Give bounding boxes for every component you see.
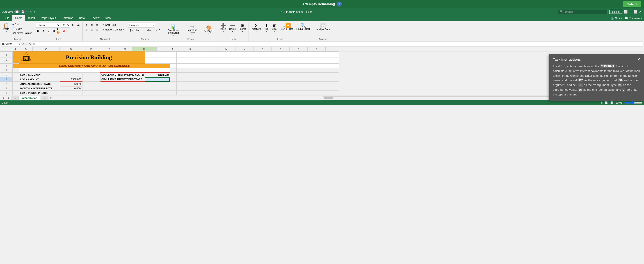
cell-e6[interactable]	[82, 77, 100, 82]
fill-color-button[interactable]: A🎨	[56, 29, 61, 33]
cell-i5[interactable]	[170, 73, 176, 77]
cell-i4[interactable]	[170, 68, 176, 73]
cell-a6[interactable]	[12, 77, 20, 82]
increase-font-btn[interactable]: A↑	[71, 23, 76, 28]
decrease-decimal-btn[interactable]: ←.0	[154, 29, 162, 33]
tab-file[interactable]: File	[2, 15, 12, 21]
cell-a5[interactable]	[12, 73, 20, 77]
format-painter-button[interactable]: 🖌 Format Painter	[11, 31, 33, 35]
fill-button[interactable]: ⬇ Fill ▾	[263, 23, 270, 33]
cell-monthly-rate-label[interactable]: MONTHLY INTEREST RATE	[20, 86, 60, 91]
cell-d8-value[interactable]: 0.50%	[60, 86, 82, 91]
save-icon[interactable]: 💾	[21, 10, 25, 14]
tab-page-layout[interactable]: Page Layout	[38, 15, 58, 21]
row-num-1[interactable]: 1	[0, 52, 12, 58]
underline-button[interactable]: U	[46, 29, 51, 33]
cell-i3[interactable]	[170, 64, 176, 68]
comments-button[interactable]: 💬 Comments	[624, 17, 642, 20]
share-button[interactable]: 🔗 Share	[611, 17, 622, 20]
border-button[interactable]: ⊞	[51, 29, 56, 33]
cell-e5[interactable]	[82, 73, 100, 77]
close-icon[interactable]: ✕	[639, 10, 642, 14]
sort-filter-button[interactable]: ↕🔽 Sort & Filter ▾	[280, 23, 294, 33]
find-select-button[interactable]: 🔍 Find & Select ▾	[295, 23, 311, 33]
conditional-formatting-button[interactable]: 📊 Conditional Formatting ▾	[165, 23, 182, 37]
tab-insert[interactable]: Insert	[26, 15, 38, 21]
copy-button[interactable]: 📄 Copy	[11, 27, 33, 31]
minimize-icon[interactable]: ─	[629, 10, 632, 14]
clear-button[interactable]: 🗑 Clear ▾	[270, 23, 279, 33]
cell-a8[interactable]	[12, 86, 20, 91]
row-num-7[interactable]: 7	[0, 82, 12, 86]
col-header-l[interactable]: L	[200, 47, 218, 51]
sheet-tab-amortization[interactable]: Amortization	[19, 96, 40, 100]
confirm-formula-icon[interactable]: ✓	[26, 42, 28, 46]
task-close-button[interactable]: ✕	[637, 57, 640, 61]
cell-i2[interactable]	[170, 58, 176, 64]
insert-button[interactable]: ➕ Insert ▾	[219, 23, 227, 33]
search-box[interactable]: 🔍 Search	[558, 9, 608, 14]
tab-formulas[interactable]: Formulas	[59, 15, 76, 21]
col-header-f[interactable]: F	[100, 47, 118, 51]
cell-b1-logo[interactable]: PB	[20, 52, 33, 64]
col-header-b[interactable]: B	[19, 47, 33, 51]
sheet-tab-dots-2[interactable]: ...	[40, 96, 48, 100]
cell-d9[interactable]	[60, 91, 82, 95]
col-header-m[interactable]: M	[218, 47, 236, 51]
cell-loan-summary-label[interactable]: LOAN SUMMARY	[20, 73, 82, 77]
cell-h5-value[interactable]: $128,509	[145, 73, 170, 77]
sheet-view-preview[interactable]: 📑	[610, 101, 613, 104]
add-sheet-button[interactable]: ⊕	[49, 96, 54, 100]
row-num-3[interactable]: 3	[0, 64, 12, 68]
quick-access-more[interactable]: ▾	[34, 11, 35, 13]
cell-h1[interactable]	[145, 52, 170, 58]
font-color-button[interactable]: A	[62, 29, 66, 33]
cell-i9[interactable]	[170, 91, 176, 95]
row-num-2[interactable]: 2	[0, 58, 12, 64]
decrease-font-btn[interactable]: A↓	[76, 23, 81, 28]
col-header-c[interactable]: C	[33, 47, 60, 51]
cell-a9[interactable]	[12, 91, 20, 95]
col-header-n[interactable]: N	[236, 47, 254, 51]
cell-a7[interactable]	[12, 82, 20, 86]
col-header-h[interactable]: H	[132, 47, 156, 51]
row-num-6[interactable]: 6	[0, 77, 12, 82]
cell-cum-interest-label[interactable]: CUMULATIVE INTEREST PAID YEAR 3:	[100, 77, 145, 82]
cell-d7-value[interactable]: 6.00%	[60, 82, 82, 86]
sheet-view-page[interactable]: 📄	[605, 101, 608, 104]
submit-button[interactable]: Submit	[623, 1, 641, 7]
col-header-p[interactable]: P	[272, 47, 290, 51]
col-header-d[interactable]: D	[60, 47, 82, 51]
align-mid-center[interactable]: ≡	[89, 28, 94, 33]
cell-h2[interactable]	[145, 58, 170, 64]
cell-i8[interactable]	[170, 86, 176, 91]
align-mid-right[interactable]: ≡	[94, 28, 99, 33]
name-box-arrow[interactable]: ▾	[19, 43, 20, 45]
paste-button[interactable]: 📋 Paste ▾	[2, 23, 10, 33]
cell-styles-button[interactable]: 🎨 Cell Styles ▾	[202, 24, 216, 36]
cell-i1[interactable]	[170, 52, 176, 58]
tab-view[interactable]: View	[103, 15, 114, 21]
toggle-off[interactable]: ⬤	[14, 10, 20, 13]
cut-button[interactable]: ✂ Cut	[11, 23, 33, 27]
undo-icon[interactable]: ↩	[26, 10, 28, 14]
font-size-select[interactable]: 11	[61, 23, 70, 28]
align-mid-left[interactable]: ≡	[84, 28, 89, 33]
delete-button[interactable]: ➖ Delete ▾	[228, 23, 237, 33]
col-header-a[interactable]: A	[12, 47, 19, 51]
number-format-dropdown[interactable]: Currency ▾	[128, 23, 155, 28]
sheet-view-normal[interactable]: ⊞	[600, 101, 602, 104]
col-header-e[interactable]: E	[82, 47, 100, 51]
cell-a2[interactable]	[12, 58, 20, 64]
cell-i6[interactable]	[170, 77, 176, 82]
cell-cum-principal-label[interactable]: CUMULATIVE PRINCIPAL PAID YEAR 3:	[100, 73, 145, 77]
scroll-thumb[interactable]	[324, 97, 333, 99]
tab-review[interactable]: Review	[88, 15, 102, 21]
col-header-r[interactable]: R	[308, 47, 326, 51]
col-header-o[interactable]: O	[254, 47, 272, 51]
col-header-j[interactable]: J	[163, 47, 182, 51]
col-header-k[interactable]: K	[182, 47, 200, 51]
format-as-table-button[interactable]: 🗃 Format as Table ▾	[183, 23, 201, 37]
cell-i7[interactable]	[170, 82, 176, 86]
row-num-5[interactable]: 5	[0, 73, 12, 77]
